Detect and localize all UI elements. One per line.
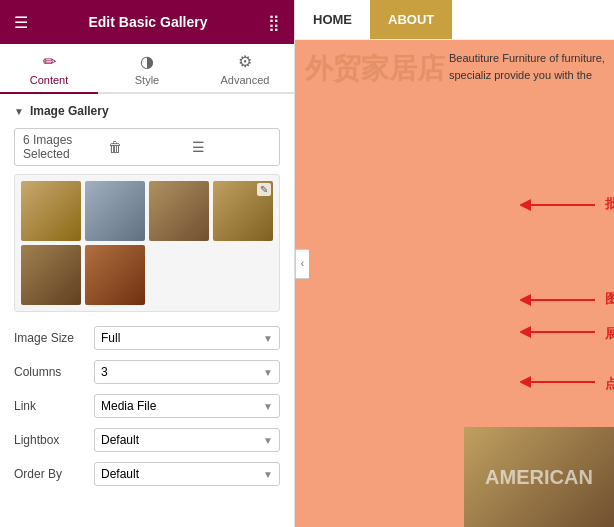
tab-content[interactable]: ✏ Content [0, 44, 98, 94]
annotation-size-label: 图片尺寸选择 [605, 291, 614, 306]
image-size-select[interactable]: Full ▼ [94, 326, 280, 350]
image-thumb-1[interactable] [21, 181, 81, 241]
image-thumb-4[interactable]: ✎ [213, 181, 273, 241]
nav-bar: HOME ABOUT [295, 0, 614, 40]
image-size-label: Image Size [14, 331, 94, 345]
style-tab-icon: ◑ [140, 52, 154, 71]
section-header: ▼ Image Gallery [14, 104, 280, 118]
columns-chevron: ▼ [263, 367, 273, 378]
lightbox-value: Default [101, 433, 139, 447]
order-by-value: Default [101, 467, 139, 481]
nav-about-label: ABOUT [388, 12, 434, 27]
annotation-columns-label: 展示列数 [605, 326, 614, 341]
annotation-3: 展示列数 [605, 325, 614, 343]
edit-image-icon[interactable]: ✎ [257, 183, 271, 196]
annotation-lightbox-label: 点击图片放大 [605, 376, 614, 391]
order-by-select[interactable]: Default ▼ [94, 462, 280, 486]
tab-advanced-label: Advanced [221, 74, 270, 86]
image-thumb-6[interactable] [85, 245, 145, 305]
panel-toggle[interactable]: ‹ [295, 249, 309, 279]
image-thumb-3[interactable] [149, 181, 209, 241]
columns-value: 3 [101, 365, 108, 379]
order-by-label: Order By [14, 467, 94, 481]
image-size-chevron: ▼ [263, 333, 273, 344]
left-panel: ☰ Edit Basic Gallery ⣿ ✏ Content ◑ Style… [0, 0, 295, 527]
link-label: Link [14, 399, 94, 413]
image-gallery-grid: ✎ [14, 174, 280, 312]
lightbox-row: Lightbox Default ▼ [14, 428, 280, 452]
columns-label: Columns [14, 365, 94, 379]
panel-content: ▼ Image Gallery 6 Images Selected 🗑 ☰ ✎ … [0, 94, 294, 527]
link-select[interactable]: Media File ▼ [94, 394, 280, 418]
grid-icon[interactable]: ⣿ [268, 13, 280, 32]
right-panel: HOME ABOUT 外贸家居店 Beautiture Furniture of… [295, 0, 614, 527]
content-text: Beautiture Furniture of furniture, speci… [449, 50, 609, 83]
nav-home[interactable]: HOME [295, 0, 370, 39]
watermark-text: 外贸家居店 [305, 50, 445, 88]
order-by-chevron: ▼ [263, 469, 273, 480]
hamburger-icon[interactable]: ☰ [14, 13, 28, 32]
nav-about[interactable]: ABOUT [370, 0, 452, 39]
panel-title: Edit Basic Gallery [88, 14, 207, 30]
annotation-batch-label: 批量选择图片 [605, 196, 614, 211]
image-thumb-5[interactable] [21, 245, 81, 305]
image-selector-bar[interactable]: 6 Images Selected 🗑 ☰ [14, 128, 280, 166]
link-chevron: ▼ [263, 401, 273, 412]
list-images-icon[interactable]: ☰ [192, 139, 271, 155]
tab-style[interactable]: ◑ Style [98, 44, 196, 94]
annotation-4: 点击图片放大 [605, 375, 614, 393]
section-collapse-icon[interactable]: ▼ [14, 106, 24, 117]
image-thumb-2[interactable] [85, 181, 145, 241]
link-value: Media File [101, 399, 156, 413]
columns-select[interactable]: 3 ▼ [94, 360, 280, 384]
bottom-image: AMERICAN [464, 427, 614, 527]
panel-header: ☰ Edit Basic Gallery ⣿ [0, 0, 294, 44]
columns-row: Columns 3 ▼ [14, 360, 280, 384]
annotation-1: 批量选择图片 [605, 195, 614, 213]
lightbox-label: Lightbox [14, 433, 94, 447]
content-tab-icon: ✏ [43, 52, 56, 71]
tab-advanced[interactable]: ⚙ Advanced [196, 44, 294, 94]
bottom-logo: AMERICAN [485, 466, 593, 489]
annotation-2: 图片尺寸选择 [605, 290, 614, 308]
delete-images-icon[interactable]: 🗑 [108, 139, 187, 155]
order-by-row: Order By Default ▼ [14, 462, 280, 486]
image-size-row: Image Size Full ▼ [14, 326, 280, 350]
lightbox-select[interactable]: Default ▼ [94, 428, 280, 452]
tabs-bar: ✏ Content ◑ Style ⚙ Advanced [0, 44, 294, 94]
nav-home-label: HOME [313, 12, 352, 27]
tab-style-label: Style [135, 74, 159, 86]
lightbox-chevron: ▼ [263, 435, 273, 446]
advanced-tab-icon: ⚙ [238, 52, 252, 71]
tab-content-label: Content [30, 74, 69, 86]
image-size-value: Full [101, 331, 120, 345]
image-count-label: 6 Images Selected [23, 133, 102, 161]
section-title: Image Gallery [30, 104, 109, 118]
link-row: Link Media File ▼ [14, 394, 280, 418]
